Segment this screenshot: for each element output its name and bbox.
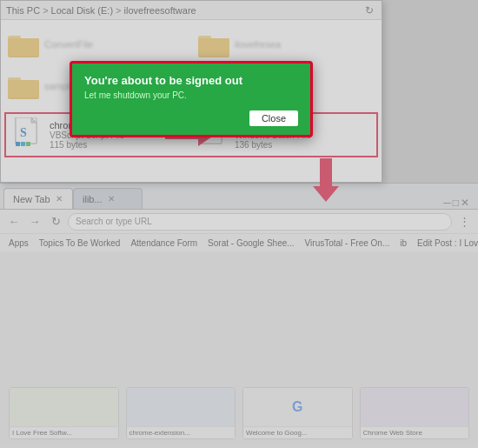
dialog-footer: Close	[84, 110, 298, 126]
dialog-message: Let me shutdown your PC.	[84, 90, 298, 100]
signout-dialog: You're about to be signed out Let me shu…	[70, 61, 313, 137]
dialog-title: You're about to be signed out	[84, 74, 298, 87]
dialog-close-button[interactable]: Close	[249, 110, 298, 126]
